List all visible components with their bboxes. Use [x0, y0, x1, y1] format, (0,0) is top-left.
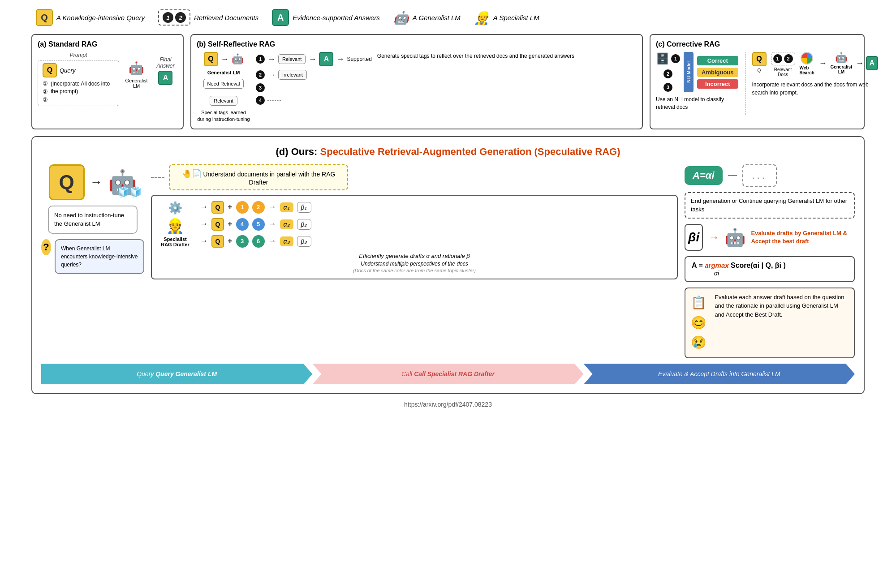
- crag-right-desc: Incorporate relevant docs and the docs f…: [752, 81, 878, 97]
- srag-num3: 3: [256, 83, 265, 92]
- irrelevant-box: Irrelevant: [278, 70, 307, 80]
- legend-a-box: A: [272, 9, 289, 26]
- legend-a-desc: Evidence-supported Answers: [293, 14, 380, 21]
- row3-q: Q: [211, 235, 224, 248]
- panel-d-title-prefix: (d) Ours:: [276, 146, 320, 157]
- doc-2: 2: [252, 201, 265, 214]
- legend-docs: 1 2 Retrieved Documents: [158, 9, 258, 26]
- need-retrieval-text: Need Retrieval: [207, 81, 240, 86]
- specialist-inner: ⚙️ 👷 SpecialistRAG Drafter → Q + 1: [157, 201, 672, 248]
- srag-num4: 4: [256, 96, 265, 105]
- beta2-box: β₂: [297, 219, 311, 230]
- num1: ①: [43, 80, 48, 87]
- draft-rows: → Q + 1 2 → α₁ β₁ →: [200, 201, 672, 248]
- relevant-box: Relevant: [278, 54, 306, 64]
- srag-left: Q → 🤖 Generalist LM Need Retrieval Relev…: [197, 52, 250, 123]
- url-footer: https://arxiv.org/pdf/2407.08223: [31, 401, 865, 408]
- srag-right-desc: Generate special tags to reflect over th…: [377, 52, 637, 60]
- legend-docs-box: 1 2: [158, 9, 190, 26]
- prompt-box: Q Query ① ② ③ (Incorporate All docs into…: [38, 60, 119, 106]
- bottom-right-section: A=αi ... End generation or Continue quer…: [685, 164, 855, 358]
- crag-left: 🗄️ 1 2 3 NLI Model Correct: [656, 52, 738, 115]
- nli-boxes: Correct Ambiguous Incorrect: [697, 56, 738, 89]
- crag-numbers: 🗄️ 1 2 3: [656, 52, 680, 92]
- robot-with-cubes: 🤖 🧊🧊: [108, 168, 137, 196]
- crag-num1: 1: [671, 54, 680, 63]
- nli-desc: Use an NLI model to classify retrieval d…: [656, 96, 738, 111]
- evaluate-robot: 🤖: [724, 227, 745, 247]
- specialist-desc-labels: Efficiently generate drafts α and ration…: [157, 252, 672, 273]
- crag-robot: 🤖: [835, 52, 847, 64]
- need-retrieval-box: Need Retrieval: [203, 79, 244, 89]
- continue-text: End generation or Continue querying Gene…: [691, 197, 847, 213]
- num3: ③: [43, 96, 48, 103]
- evaluate-box: 📋😊😢 Evaluate each answer draft based on …: [685, 288, 855, 358]
- specialist-row-2: → Q + 4 5 → α₂ β₂: [200, 218, 672, 231]
- legend-row: Q A Knowledge-intensive Query 1 2 Retrie…: [31, 9, 865, 26]
- generalist-lm-label: Generalist LM: [125, 78, 148, 89]
- legend-specialist: 👷 A Specialist LM: [474, 10, 539, 25]
- panel-corrective-rag: (c) Corrective RAG 🗄️ 1 2 3: [650, 34, 865, 129]
- panel-c-title: (c) Corrective RAG: [656, 40, 858, 48]
- legend-a: A Evidence-supported Answers: [272, 9, 380, 26]
- alpha-dots-row: A=αi ...: [685, 164, 855, 187]
- panel-a-answer: A: [158, 71, 172, 85]
- panel-a-q: Q: [43, 63, 57, 77]
- srag-a: A: [319, 52, 333, 66]
- legend-q-desc: A Knowledge-intensive Query: [56, 14, 145, 21]
- specialist-robot-icon: 👷: [474, 10, 490, 25]
- alpha-eq-box: A=αi: [685, 166, 723, 185]
- evaluate-desc-short: Evaluate drafts by Generalist LM & Accep…: [751, 229, 855, 245]
- num2: ②: [43, 88, 48, 95]
- alpha3-box: α₃: [280, 236, 293, 246]
- understand-text: Understand documents in parallel with th…: [203, 171, 335, 186]
- panel-a-title: (a) Standard RAG: [38, 40, 177, 48]
- bottom-content: Q → 🤖 🧊🧊 No need to instruction-tune the…: [41, 164, 855, 358]
- evaluate-icons: 📋😊😢: [691, 293, 710, 353]
- footer-arrow-1: Query Query Generalist LM: [41, 364, 312, 384]
- srag-q: Q: [204, 52, 218, 66]
- arrow1: →: [221, 55, 229, 64]
- specialist-row-3: → Q + 3 6 → α₃ β₃: [200, 235, 672, 248]
- crag-doc-num2: 2: [784, 54, 793, 63]
- continue-box: End generation or Continue querying Gene…: [685, 192, 855, 219]
- footer-arrow-2: Call Call Specialist RAG Drafter: [312, 364, 583, 384]
- doc-6: 6: [252, 235, 265, 248]
- question-area: ? When Generalist LM encounters knowledg…: [41, 239, 144, 274]
- footer-label-1: Query Query Generalist LM: [137, 370, 217, 378]
- footer-arrows: Query Query Generalist LM Call Call Spec…: [41, 364, 855, 384]
- evaluate-inner: 📋😊😢 Evaluate each answer draft based on …: [691, 293, 849, 353]
- google-icon: [801, 52, 813, 64]
- srag-layout: Q → 🤖 Generalist LM Need Retrieval Relev…: [197, 52, 637, 123]
- beta1-box: β₁: [297, 202, 311, 213]
- big-q-box: Q: [49, 164, 85, 200]
- crag-right: Q Q 1 2 Relevant Docs: [752, 52, 878, 115]
- top-panels-row: (a) Standard RAG Prompt Q Query ① ②: [31, 34, 865, 129]
- no-need-bubble: No need to instruction-tune the Generali…: [48, 206, 138, 234]
- relevant-tag-box: Relevant: [210, 96, 237, 106]
- legend-specialist-desc: A Specialist LM: [493, 14, 539, 21]
- srag-robot: 🤖: [232, 53, 244, 65]
- legend-num-1: 1: [163, 12, 173, 23]
- specialist-person-icon: 👷: [166, 217, 184, 234]
- db-icon1: 🗄️: [656, 52, 669, 65]
- alpha2-box: α₂: [280, 219, 293, 229]
- bottom-left-section: Q → 🤖 🧊🧊 No need to instruction-tune the…: [41, 164, 144, 274]
- red-arrow: →: [708, 231, 719, 244]
- beta-robot-row: βi → 🤖 Evaluate drafts by Generalist LM …: [685, 224, 855, 251]
- specialist-figure: ⚙️ 👷 SpecialistRAG Drafter: [157, 201, 193, 248]
- specialist-box: ⚙️ 👷 SpecialistRAG Drafter → Q + 1: [151, 195, 678, 279]
- supported-text: Supported: [347, 56, 371, 62]
- specialist-row-1: → Q + 1 2 → α₁ β₁: [200, 201, 672, 214]
- multiple-text: Understand multiple perspectives of the …: [157, 260, 672, 268]
- crag-docs-box: 1 2: [771, 52, 795, 65]
- crag-query-label: Q: [758, 68, 761, 73]
- crag-generalist-lm: Generalist LM: [829, 64, 853, 74]
- q-to-robot-row: Q → 🤖 🧊🧊: [49, 164, 137, 200]
- nli-bar: NLI Model: [684, 52, 694, 92]
- doc-5: 5: [252, 218, 265, 231]
- crag-num3: 3: [663, 83, 672, 92]
- final-answer-label: Final Answer: [154, 56, 177, 69]
- crag-answer: A: [866, 56, 878, 70]
- generalist-robot-icon: 🤖: [393, 10, 409, 25]
